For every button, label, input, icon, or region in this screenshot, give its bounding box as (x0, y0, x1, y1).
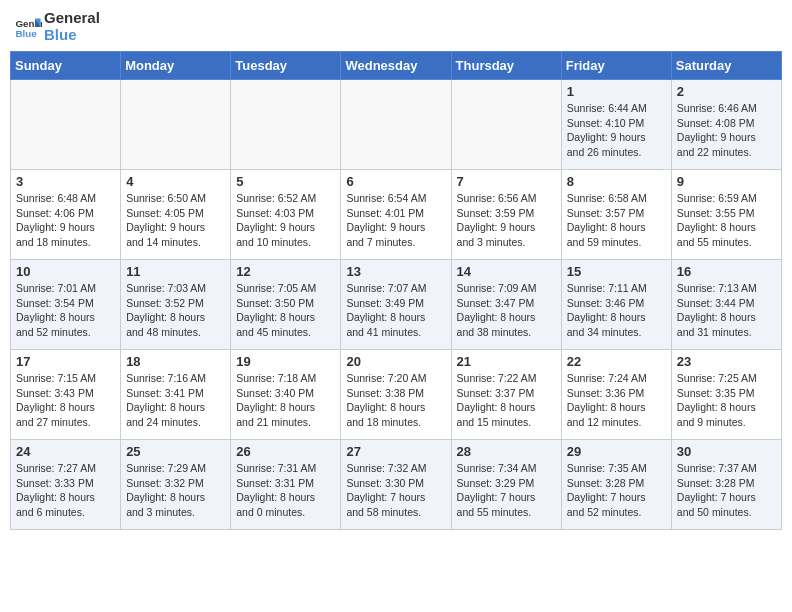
day-info: Sunrise: 7:20 AMSunset: 3:38 PMDaylight:… (346, 371, 445, 430)
calendar-cell: 2Sunrise: 6:46 AMSunset: 4:08 PMDaylight… (671, 80, 781, 170)
day-number: 9 (677, 174, 776, 189)
day-info: Sunrise: 6:56 AMSunset: 3:59 PMDaylight:… (457, 191, 556, 250)
day-number: 27 (346, 444, 445, 459)
day-info: Sunrise: 7:11 AMSunset: 3:46 PMDaylight:… (567, 281, 666, 340)
calendar-cell: 12Sunrise: 7:05 AMSunset: 3:50 PMDayligh… (231, 260, 341, 350)
calendar-cell: 26Sunrise: 7:31 AMSunset: 3:31 PMDayligh… (231, 440, 341, 530)
day-info: Sunrise: 7:22 AMSunset: 3:37 PMDaylight:… (457, 371, 556, 430)
calendar-cell: 8Sunrise: 6:58 AMSunset: 3:57 PMDaylight… (561, 170, 671, 260)
calendar-cell: 5Sunrise: 6:52 AMSunset: 4:03 PMDaylight… (231, 170, 341, 260)
calendar-header-row: SundayMondayTuesdayWednesdayThursdayFrid… (11, 52, 782, 80)
weekday-header-thursday: Thursday (451, 52, 561, 80)
day-info: Sunrise: 7:34 AMSunset: 3:29 PMDaylight:… (457, 461, 556, 520)
day-info: Sunrise: 7:13 AMSunset: 3:44 PMDaylight:… (677, 281, 776, 340)
day-number: 28 (457, 444, 556, 459)
calendar-cell: 23Sunrise: 7:25 AMSunset: 3:35 PMDayligh… (671, 350, 781, 440)
day-number: 23 (677, 354, 776, 369)
calendar-cell: 17Sunrise: 7:15 AMSunset: 3:43 PMDayligh… (11, 350, 121, 440)
day-number: 17 (16, 354, 115, 369)
day-info: Sunrise: 6:46 AMSunset: 4:08 PMDaylight:… (677, 101, 776, 160)
day-info: Sunrise: 6:48 AMSunset: 4:06 PMDaylight:… (16, 191, 115, 250)
calendar-cell: 20Sunrise: 7:20 AMSunset: 3:38 PMDayligh… (341, 350, 451, 440)
calendar-cell: 25Sunrise: 7:29 AMSunset: 3:32 PMDayligh… (121, 440, 231, 530)
calendar-week-5: 24Sunrise: 7:27 AMSunset: 3:33 PMDayligh… (11, 440, 782, 530)
calendar-cell: 15Sunrise: 7:11 AMSunset: 3:46 PMDayligh… (561, 260, 671, 350)
calendar-week-3: 10Sunrise: 7:01 AMSunset: 3:54 PMDayligh… (11, 260, 782, 350)
calendar-cell: 28Sunrise: 7:34 AMSunset: 3:29 PMDayligh… (451, 440, 561, 530)
day-number: 13 (346, 264, 445, 279)
day-info: Sunrise: 7:03 AMSunset: 3:52 PMDaylight:… (126, 281, 225, 340)
day-info: Sunrise: 7:07 AMSunset: 3:49 PMDaylight:… (346, 281, 445, 340)
calendar-cell: 16Sunrise: 7:13 AMSunset: 3:44 PMDayligh… (671, 260, 781, 350)
day-number: 5 (236, 174, 335, 189)
calendar-cell: 6Sunrise: 6:54 AMSunset: 4:01 PMDaylight… (341, 170, 451, 260)
day-number: 10 (16, 264, 115, 279)
day-number: 25 (126, 444, 225, 459)
calendar-cell: 7Sunrise: 6:56 AMSunset: 3:59 PMDaylight… (451, 170, 561, 260)
day-info: Sunrise: 6:44 AMSunset: 4:10 PMDaylight:… (567, 101, 666, 160)
calendar-cell (121, 80, 231, 170)
day-number: 7 (457, 174, 556, 189)
day-number: 12 (236, 264, 335, 279)
day-info: Sunrise: 7:31 AMSunset: 3:31 PMDaylight:… (236, 461, 335, 520)
day-number: 16 (677, 264, 776, 279)
day-info: Sunrise: 7:27 AMSunset: 3:33 PMDaylight:… (16, 461, 115, 520)
day-number: 3 (16, 174, 115, 189)
day-number: 6 (346, 174, 445, 189)
day-number: 1 (567, 84, 666, 99)
calendar-table: SundayMondayTuesdayWednesdayThursdayFrid… (10, 51, 782, 530)
logo-text-general: General (44, 10, 100, 27)
day-number: 8 (567, 174, 666, 189)
calendar-cell: 10Sunrise: 7:01 AMSunset: 3:54 PMDayligh… (11, 260, 121, 350)
calendar-week-1: 1Sunrise: 6:44 AMSunset: 4:10 PMDaylight… (11, 80, 782, 170)
day-info: Sunrise: 7:24 AMSunset: 3:36 PMDaylight:… (567, 371, 666, 430)
weekday-header-saturday: Saturday (671, 52, 781, 80)
day-info: Sunrise: 7:37 AMSunset: 3:28 PMDaylight:… (677, 461, 776, 520)
weekday-header-friday: Friday (561, 52, 671, 80)
day-info: Sunrise: 7:25 AMSunset: 3:35 PMDaylight:… (677, 371, 776, 430)
logo: General Blue General Blue (14, 10, 100, 43)
calendar-cell: 9Sunrise: 6:59 AMSunset: 3:55 PMDaylight… (671, 170, 781, 260)
day-info: Sunrise: 7:18 AMSunset: 3:40 PMDaylight:… (236, 371, 335, 430)
day-info: Sunrise: 6:52 AMSunset: 4:03 PMDaylight:… (236, 191, 335, 250)
logo-text-blue: Blue (44, 27, 100, 44)
svg-text:Blue: Blue (15, 27, 37, 38)
calendar-cell (451, 80, 561, 170)
calendar-cell: 29Sunrise: 7:35 AMSunset: 3:28 PMDayligh… (561, 440, 671, 530)
day-info: Sunrise: 6:59 AMSunset: 3:55 PMDaylight:… (677, 191, 776, 250)
calendar-week-4: 17Sunrise: 7:15 AMSunset: 3:43 PMDayligh… (11, 350, 782, 440)
day-info: Sunrise: 7:15 AMSunset: 3:43 PMDaylight:… (16, 371, 115, 430)
weekday-header-sunday: Sunday (11, 52, 121, 80)
calendar-cell (341, 80, 451, 170)
calendar-cell (11, 80, 121, 170)
day-number: 26 (236, 444, 335, 459)
day-info: Sunrise: 7:32 AMSunset: 3:30 PMDaylight:… (346, 461, 445, 520)
day-number: 15 (567, 264, 666, 279)
weekday-header-wednesday: Wednesday (341, 52, 451, 80)
day-number: 30 (677, 444, 776, 459)
day-number: 22 (567, 354, 666, 369)
day-info: Sunrise: 7:35 AMSunset: 3:28 PMDaylight:… (567, 461, 666, 520)
calendar-cell: 22Sunrise: 7:24 AMSunset: 3:36 PMDayligh… (561, 350, 671, 440)
weekday-header-tuesday: Tuesday (231, 52, 341, 80)
calendar-week-2: 3Sunrise: 6:48 AMSunset: 4:06 PMDaylight… (11, 170, 782, 260)
day-info: Sunrise: 7:16 AMSunset: 3:41 PMDaylight:… (126, 371, 225, 430)
calendar-cell: 13Sunrise: 7:07 AMSunset: 3:49 PMDayligh… (341, 260, 451, 350)
calendar-cell (231, 80, 341, 170)
day-number: 24 (16, 444, 115, 459)
day-number: 11 (126, 264, 225, 279)
weekday-header-monday: Monday (121, 52, 231, 80)
logo-icon: General Blue (14, 13, 42, 41)
day-info: Sunrise: 6:54 AMSunset: 4:01 PMDaylight:… (346, 191, 445, 250)
calendar-cell: 27Sunrise: 7:32 AMSunset: 3:30 PMDayligh… (341, 440, 451, 530)
day-info: Sunrise: 6:50 AMSunset: 4:05 PMDaylight:… (126, 191, 225, 250)
day-info: Sunrise: 7:29 AMSunset: 3:32 PMDaylight:… (126, 461, 225, 520)
day-number: 20 (346, 354, 445, 369)
calendar-cell: 3Sunrise: 6:48 AMSunset: 4:06 PMDaylight… (11, 170, 121, 260)
header: General Blue General Blue (10, 10, 782, 43)
calendar-cell: 21Sunrise: 7:22 AMSunset: 3:37 PMDayligh… (451, 350, 561, 440)
day-info: Sunrise: 7:01 AMSunset: 3:54 PMDaylight:… (16, 281, 115, 340)
day-info: Sunrise: 7:09 AMSunset: 3:47 PMDaylight:… (457, 281, 556, 340)
calendar-cell: 14Sunrise: 7:09 AMSunset: 3:47 PMDayligh… (451, 260, 561, 350)
day-number: 19 (236, 354, 335, 369)
